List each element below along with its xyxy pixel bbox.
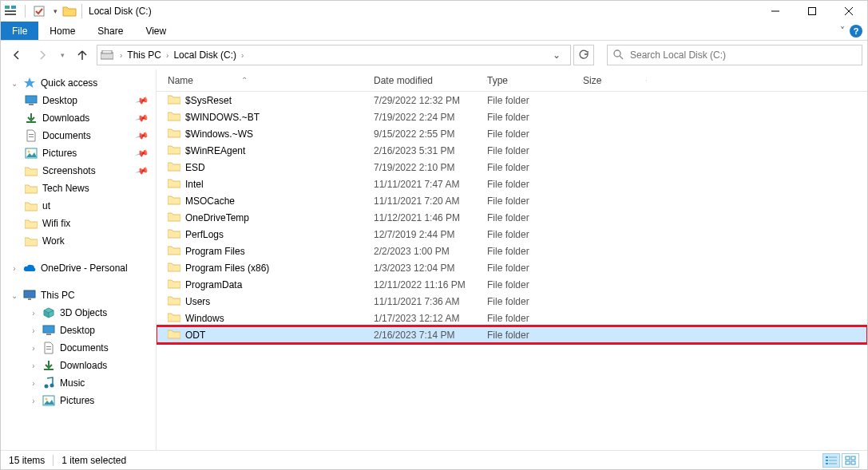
chevron-right-icon[interactable]: › bbox=[25, 309, 42, 318]
chevron-right-icon[interactable]: › bbox=[120, 51, 122, 60]
svg-rect-13 bbox=[26, 96, 37, 103]
search-box[interactable] bbox=[607, 45, 862, 65]
sidebar-item[interactable]: Documents📌 bbox=[1, 127, 156, 144]
sidebar-item[interactable]: ›Downloads bbox=[1, 357, 156, 374]
folder-icon bbox=[168, 178, 180, 191]
file-row[interactable]: $WINDOWS.~BT7/19/2022 2:24 PMFile folder bbox=[157, 109, 867, 125]
column-header-size[interactable]: Size bbox=[583, 75, 647, 86]
chevron-right-icon[interactable]: › bbox=[166, 51, 168, 60]
sidebar-quick-access[interactable]: ⌄Quick access bbox=[1, 74, 156, 92]
tab-view[interactable]: View bbox=[134, 22, 177, 40]
sidebar-item[interactable]: Downloads📌 bbox=[1, 109, 156, 127]
sidebar-label: 3D Objects bbox=[60, 307, 107, 318]
file-row[interactable]: Users11/11/2021 7:36 AMFile folder bbox=[157, 293, 867, 310]
file-name: $Windows.~WS bbox=[185, 128, 253, 140]
address-bar[interactable]: › This PC › Local Disk (C:) › ⌄ bbox=[97, 45, 571, 65]
address-dropdown-icon[interactable]: ⌄ bbox=[546, 49, 567, 61]
sidebar-item[interactable]: ut bbox=[1, 197, 156, 215]
file-row[interactable]: ESD7/19/2022 2:10 PMFile folder bbox=[157, 159, 867, 176]
column-header-type[interactable]: Type bbox=[487, 75, 583, 86]
breadcrumb-this-pc[interactable]: This PC bbox=[124, 49, 164, 61]
tab-file[interactable]: File bbox=[1, 22, 38, 40]
folder-icon bbox=[168, 211, 180, 224]
file-name: Intel bbox=[185, 179, 204, 190]
svg-rect-15 bbox=[26, 121, 36, 123]
file-row[interactable]: OneDriveTemp11/12/2021 1:46 PMFile folde… bbox=[157, 209, 867, 226]
file-row[interactable]: PerfLogs12/7/2019 2:44 PMFile folder bbox=[157, 226, 867, 243]
column-header-date[interactable]: Date modified bbox=[374, 75, 487, 86]
file-date: 2/16/2023 7:14 PM bbox=[374, 330, 487, 341]
file-row[interactable]: $Windows.~WS9/15/2022 2:55 PMFile folder bbox=[157, 125, 867, 142]
recent-dropdown-icon[interactable]: ▾ bbox=[57, 44, 68, 66]
sidebar-item[interactable]: ›Pictures bbox=[1, 392, 156, 409]
quick-access-toolbar: ▾ bbox=[1, 4, 62, 18]
svg-rect-33 bbox=[826, 460, 828, 461]
sidebar-item[interactable]: Desktop📌 bbox=[1, 92, 156, 109]
pin-icon: 📌 bbox=[135, 128, 150, 143]
forward-button[interactable] bbox=[31, 44, 54, 66]
chevron-right-icon[interactable]: › bbox=[25, 379, 42, 388]
sidebar-onedrive[interactable]: › OneDrive - Personal bbox=[1, 259, 156, 277]
close-button[interactable] bbox=[830, 1, 867, 22]
svg-point-19 bbox=[28, 151, 30, 153]
file-row[interactable]: Program Files2/2/2023 1:00 PMFile folder bbox=[157, 243, 867, 259]
sidebar-item[interactable]: ›Desktop bbox=[1, 322, 156, 339]
chevron-right-icon[interactable]: › bbox=[25, 361, 42, 370]
details-view-button[interactable] bbox=[822, 453, 840, 468]
file-date: 11/11/2021 7:20 AM bbox=[374, 196, 487, 207]
back-button[interactable] bbox=[6, 44, 28, 66]
breadcrumb-local-disk[interactable]: Local Disk (C:) bbox=[170, 49, 240, 61]
file-type: File folder bbox=[487, 162, 583, 173]
file-type: File folder bbox=[487, 263, 583, 274]
tab-share[interactable]: Share bbox=[86, 22, 134, 40]
chevron-down-icon[interactable]: ⌄ bbox=[6, 291, 23, 300]
navigation-bar: ▾ › This PC › Local Disk (C:) › ⌄ bbox=[1, 41, 867, 69]
maximize-button[interactable] bbox=[794, 1, 830, 22]
sidebar-this-pc[interactable]: ⌄This PC bbox=[1, 286, 156, 304]
file-row[interactable]: Windows1/17/2023 12:12 AMFile folder bbox=[157, 310, 867, 326]
file-name: PerfLogs bbox=[185, 229, 224, 240]
file-date: 2/16/2023 5:31 PM bbox=[374, 145, 487, 156]
file-row[interactable]: $SysReset7/29/2022 12:32 PMFile folder bbox=[157, 92, 867, 109]
folder-icon bbox=[168, 161, 180, 174]
file-row[interactable]: ODT2/16/2023 7:14 PMFile folder bbox=[157, 326, 867, 343]
chevron-right-icon[interactable]: › bbox=[25, 344, 42, 353]
chevron-right-icon[interactable]: › bbox=[241, 51, 244, 60]
file-row[interactable]: $WinREAgent2/16/2023 5:31 PMFile folder bbox=[157, 142, 867, 159]
onedrive-icon bbox=[23, 262, 36, 274]
sidebar-item[interactable]: ›3D Objects bbox=[1, 304, 156, 322]
file-row[interactable]: MSOCache11/11/2021 7:20 AMFile folder bbox=[157, 192, 867, 209]
status-item-count: 15 items bbox=[9, 455, 45, 466]
help-icon[interactable]: ? bbox=[850, 25, 862, 38]
search-input[interactable] bbox=[630, 49, 857, 61]
large-icons-view-button[interactable] bbox=[842, 453, 859, 468]
chevron-right-icon[interactable]: › bbox=[25, 397, 42, 405]
properties-icon[interactable] bbox=[4, 4, 18, 18]
chevron-right-icon[interactable]: › bbox=[25, 326, 42, 335]
chevron-right-icon[interactable]: › bbox=[6, 264, 23, 273]
sidebar-item[interactable]: Work bbox=[1, 232, 156, 250]
music-icon bbox=[42, 377, 55, 389]
sidebar-item[interactable]: Pictures📌 bbox=[1, 144, 156, 162]
column-header-name[interactable]: Name ⌃ bbox=[168, 75, 374, 86]
svg-rect-22 bbox=[43, 326, 54, 333]
sidebar-item[interactable]: ›Music bbox=[1, 374, 156, 392]
sidebar-item[interactable]: ›Documents bbox=[1, 339, 156, 357]
sidebar-item[interactable]: Screenshots📌 bbox=[1, 162, 156, 180]
sidebar-item[interactable]: Wifi fix bbox=[1, 215, 156, 232]
minimize-button[interactable] bbox=[757, 1, 794, 22]
file-row[interactable]: ProgramData12/11/2022 11:16 PMFile folde… bbox=[157, 276, 867, 293]
file-row[interactable]: Intel11/11/2021 7:47 AMFile folder bbox=[157, 176, 867, 192]
sidebar-item[interactable]: Tech News bbox=[1, 180, 156, 197]
svg-rect-17 bbox=[29, 136, 34, 137]
tab-home[interactable]: Home bbox=[38, 22, 86, 40]
refresh-button[interactable] bbox=[573, 45, 594, 65]
qat-dropdown-icon[interactable]: ▾ bbox=[51, 4, 59, 18]
ribbon-expand-icon[interactable]: ˅ bbox=[840, 26, 845, 37]
sidebar-label: ut bbox=[42, 200, 50, 211]
folder-icon bbox=[168, 144, 180, 157]
checkbox-icon[interactable] bbox=[32, 4, 46, 18]
up-button[interactable] bbox=[71, 44, 93, 66]
chevron-down-icon[interactable]: ⌄ bbox=[6, 79, 23, 88]
file-row[interactable]: Program Files (x86)1/3/2023 12:04 PMFile… bbox=[157, 259, 867, 276]
